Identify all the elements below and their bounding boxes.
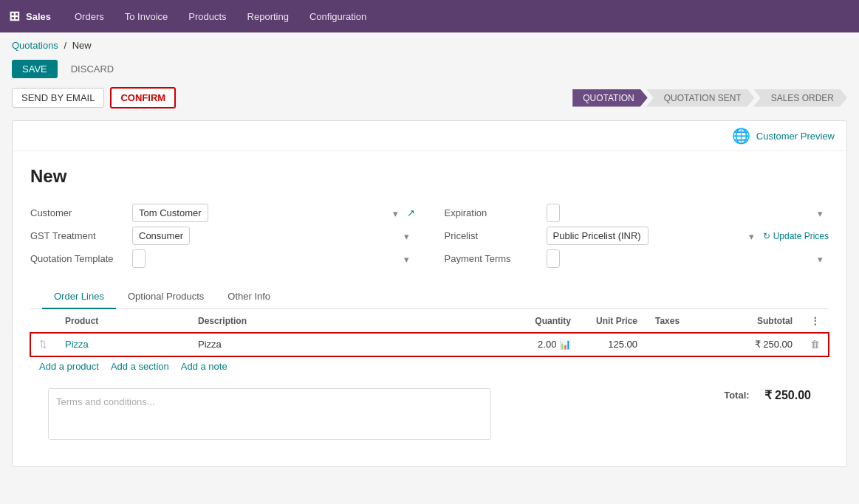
- col-header-drag: [30, 309, 56, 333]
- pricelist-field-row: Pricelist Public Pricelist (INR) ↻ Updat…: [445, 224, 829, 247]
- payment-terms-label: Payment Terms: [445, 253, 541, 264]
- col-header-actions: ⋮: [801, 309, 829, 333]
- row-delete: 🗑: [801, 333, 829, 356]
- tab-other-info[interactable]: Other Info: [216, 285, 282, 309]
- main-content: 🌐 Customer Preview New Customer Tom Cust…: [12, 120, 847, 467]
- terms-total-row: Terms and conditions... Total: ₹ 250.00: [30, 376, 829, 452]
- pricelist-input-wrap: Public Pricelist (INR) ↻ Update Prices: [547, 227, 829, 245]
- add-note-link[interactable]: Add a note: [181, 361, 227, 372]
- gst-field-row: GST Treatment Consumer: [30, 224, 415, 247]
- customer-preview-bar: 🌐 Customer Preview: [13, 121, 846, 151]
- save-button[interactable]: SAVE: [12, 60, 58, 78]
- discard-button[interactable]: DISCARD: [64, 60, 122, 78]
- customer-field-row: Customer Tom Customer ↗: [30, 201, 415, 224]
- topnav: ⊞ Sales Orders To Invoice Products Repor…: [0, 0, 859, 32]
- grid-icon: ⊞: [9, 8, 20, 24]
- nav-item-products[interactable]: Products: [179, 7, 235, 27]
- topnav-menu: Orders To Invoice Products Reporting Con…: [66, 7, 375, 27]
- gst-select[interactable]: Consumer: [132, 227, 190, 245]
- breadcrumb-separator: /: [64, 40, 69, 51]
- customer-label: Customer: [30, 207, 126, 218]
- row-description: Pizza: [189, 333, 506, 356]
- confirm-button[interactable]: CONFIRM: [110, 87, 176, 108]
- nav-item-orders[interactable]: Orders: [66, 7, 113, 27]
- delete-row-icon[interactable]: 🗑: [810, 339, 820, 350]
- add-product-link[interactable]: Add a product: [39, 361, 99, 372]
- customer-preview-label: Customer Preview: [756, 131, 835, 142]
- breadcrumb-current: New: [72, 40, 92, 51]
- customer-select[interactable]: Tom Customer: [132, 204, 208, 222]
- payment-terms-input-wrap: [547, 249, 829, 268]
- left-fields: Customer Tom Customer ↗ GST Treatment: [30, 201, 415, 270]
- col-header-description: Description: [189, 309, 506, 333]
- order-table: Product Description Quantity Unit Price …: [30, 309, 829, 356]
- product-link[interactable]: Pizza: [65, 339, 89, 350]
- order-table-wrap: Product Description Quantity Unit Price …: [30, 309, 829, 376]
- expiration-input-wrap: [547, 204, 829, 222]
- add-section-link[interactable]: Add a section: [111, 361, 169, 372]
- gst-label: GST Treatment: [30, 230, 126, 241]
- form-title: New: [30, 166, 829, 187]
- status-bar: SEND BY EMAIL CONFIRM QUOTATION QUOTATIO…: [0, 83, 859, 113]
- pricelist-select-wrap: Public Pricelist (INR): [547, 227, 761, 245]
- terms-placeholder: Terms and conditions...: [56, 396, 155, 407]
- status-step-quotation[interactable]: QUOTATION: [572, 89, 648, 107]
- nav-item-reporting[interactable]: Reporting: [239, 7, 298, 27]
- quotation-template-select[interactable]: [132, 249, 146, 268]
- status-step-quotation-sent[interactable]: QUOTATION SENT: [646, 89, 755, 107]
- row-unit-price: 125.00: [580, 333, 646, 356]
- form-area: New Customer Tom Customer ↗: [13, 151, 846, 466]
- breadcrumb: Quotations / New: [0, 32, 859, 55]
- customer-select-wrap: Tom Customer: [132, 204, 404, 222]
- form-fields: Customer Tom Customer ↗ GST Treatment: [30, 201, 829, 270]
- add-row-actions: Add a product Add a section Add a note: [30, 356, 829, 376]
- row-subtotal: ₹ 250.00: [720, 333, 801, 356]
- globe-icon: 🌐: [732, 127, 750, 145]
- customer-preview-button[interactable]: 🌐 Customer Preview: [732, 127, 835, 145]
- col-header-quantity: Quantity: [506, 309, 580, 333]
- row-taxes: [646, 333, 720, 356]
- quotation-template-label: Quotation Template: [30, 253, 126, 264]
- expiration-select[interactable]: [547, 204, 560, 222]
- payment-terms-select[interactable]: [547, 249, 560, 268]
- total-label: Total:: [724, 390, 749, 401]
- col-header-subtotal: Subtotal: [720, 309, 801, 333]
- quotation-template-select-wrap: [132, 249, 415, 268]
- status-step-sales-order[interactable]: SALES ORDER: [753, 89, 847, 107]
- terms-box[interactable]: Terms and conditions...: [48, 388, 491, 440]
- pricelist-select[interactable]: Public Pricelist (INR): [547, 227, 648, 245]
- tabs-bar: Order Lines Optional Products Other Info: [30, 285, 829, 309]
- update-prices-button[interactable]: ↻ Update Prices: [763, 231, 829, 241]
- action-bar: SAVE DISCARD: [0, 55, 859, 83]
- table-menu-icon[interactable]: ⋮: [810, 315, 820, 326]
- nav-item-configuration[interactable]: Configuration: [301, 7, 375, 27]
- col-header-product: Product: [56, 309, 189, 333]
- customer-external-link-icon[interactable]: ↗: [407, 207, 415, 218]
- brand: ⊞ Sales: [9, 8, 51, 24]
- expiration-field-row: Expiration: [445, 201, 829, 224]
- send-by-email-button[interactable]: SEND BY EMAIL: [12, 88, 104, 108]
- total-amount: ₹ 250.00: [764, 388, 811, 402]
- quotation-template-input-wrap: [132, 249, 415, 268]
- drag-handle-icon: ⇅: [39, 339, 47, 350]
- forecast-chart-icon[interactable]: 📊: [559, 339, 571, 350]
- row-quantity: 2.00 📊: [506, 333, 580, 356]
- status-pipeline: QUOTATION QUOTATION SENT SALES ORDER: [574, 89, 847, 107]
- tab-order-lines[interactable]: Order Lines: [42, 285, 116, 309]
- breadcrumb-parent[interactable]: Quotations: [12, 40, 58, 51]
- pricelist-label: Pricelist: [445, 230, 541, 241]
- expiration-select-wrap: [547, 204, 829, 222]
- tab-optional-products[interactable]: Optional Products: [116, 285, 216, 309]
- row-product: Pizza: [56, 333, 189, 356]
- right-fields: Expiration Pricelist: [445, 201, 829, 270]
- customer-input-wrap: Tom Customer ↗: [132, 204, 415, 222]
- total-section: Total: ₹ 250.00: [724, 388, 811, 402]
- payment-terms-field-row: Payment Terms: [445, 247, 829, 270]
- table-row: ⇅ Pizza Pizza 2.00 📊 125.00 ₹ 250.00: [30, 333, 829, 356]
- quotation-template-field-row: Quotation Template: [30, 247, 415, 270]
- total-row: Total: ₹ 250.00: [724, 388, 811, 402]
- col-header-taxes: Taxes: [646, 309, 720, 333]
- row-drag-handle[interactable]: ⇅: [30, 333, 56, 356]
- nav-item-to-invoice[interactable]: To Invoice: [116, 7, 177, 27]
- payment-terms-select-wrap: [547, 249, 829, 268]
